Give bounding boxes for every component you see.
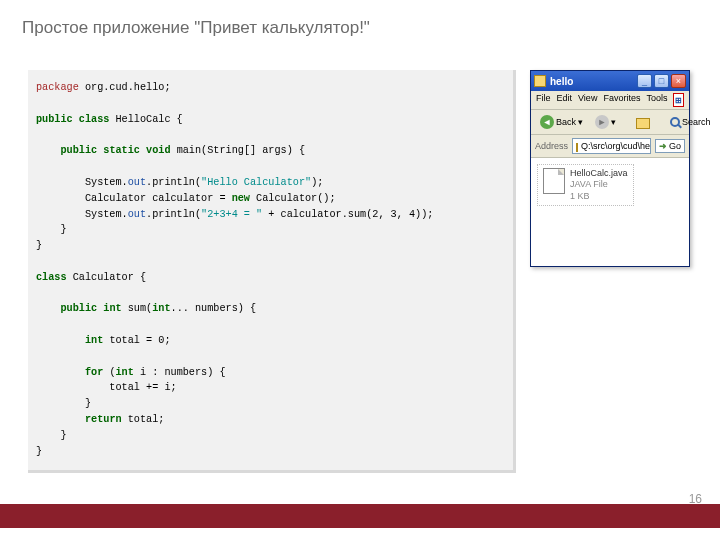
up-button[interactable] (632, 115, 654, 130)
search-icon (670, 117, 680, 127)
address-field[interactable]: Q:\src\org\cud\hello (572, 138, 651, 154)
code-block: package org.cud.hello; public class Hell… (28, 70, 516, 473)
chevron-down-icon: ▾ (578, 117, 583, 127)
back-label: Back (556, 117, 576, 127)
go-arrow-icon: ➜ (659, 141, 667, 151)
go-label: Go (669, 141, 681, 151)
menu-view[interactable]: View (578, 93, 597, 107)
code-text: } (36, 430, 67, 441)
menu-file[interactable]: File (536, 93, 551, 107)
keyword-int: int (152, 303, 170, 314)
search-button[interactable]: Search (666, 115, 715, 129)
code-text: } (36, 398, 91, 409)
code-text: Calculator { (67, 272, 146, 283)
code-text: System. (36, 177, 128, 188)
code-text: org.cud.hello; (79, 82, 171, 93)
keyword-int: int (116, 367, 134, 378)
code-text: Calculator(); (250, 193, 336, 204)
explorer-toolbar: ◄ Back ▾ ► ▾ Search (531, 110, 689, 135)
explorer-title: hello (550, 76, 637, 87)
explorer-file-pane[interactable]: HelloCalc.java JAVA File 1 KB (531, 158, 689, 266)
folder-icon (576, 143, 578, 152)
code-text: ( (103, 367, 115, 378)
explorer-menubar: File Edit View Favorites Tools ⊞ (531, 91, 689, 110)
keyword-class: class (73, 114, 110, 125)
keyword-static: static (97, 145, 140, 156)
file-item[interactable]: HelloCalc.java JAVA File 1 KB (537, 164, 634, 206)
keyword-void: void (140, 145, 171, 156)
string-literal: "2+3+4 = " (201, 209, 262, 220)
keyword-int: int (97, 303, 121, 314)
close-button[interactable]: × (671, 74, 686, 88)
code-text: total = 0; (103, 335, 170, 346)
code-text: ); (311, 177, 323, 188)
forward-button[interactable]: ► ▾ (591, 113, 620, 131)
search-label: Search (682, 117, 711, 127)
explorer-window: hello _ □ × File Edit View Favorites Too… (530, 70, 690, 267)
code-text: } (36, 240, 42, 251)
back-arrow-icon: ◄ (540, 115, 554, 129)
code-text: main(String[] args) { (171, 145, 306, 156)
chevron-down-icon: ▾ (611, 117, 616, 127)
code-text: ... numbers) { (171, 303, 257, 314)
address-label: Address (535, 141, 568, 151)
maximize-button[interactable]: □ (654, 74, 669, 88)
footer-bar (0, 504, 720, 528)
file-name: HelloCalc.java (570, 168, 628, 179)
content-row: package org.cud.hello; public class Hell… (0, 38, 720, 473)
keyword-public: public (36, 114, 73, 125)
file-meta: HelloCalc.java JAVA File 1 KB (570, 168, 628, 202)
code-text: } (36, 224, 67, 235)
file-icon (543, 168, 565, 194)
address-path: Q:\src\org\cud\hello (581, 141, 651, 151)
folder-icon (534, 75, 546, 87)
code-text: System. (36, 209, 128, 220)
explorer-titlebar[interactable]: hello _ □ × (531, 71, 689, 91)
keyword-return: return (85, 414, 122, 425)
code-text: sum( (122, 303, 153, 314)
code-text: } (36, 446, 42, 457)
code-text: total; (122, 414, 165, 425)
code-text: .println( (146, 209, 201, 220)
code-text: .println( (146, 177, 201, 188)
keyword-package: package (36, 82, 79, 93)
slide-title: Простое приложение "Привет калькулятор!" (0, 0, 720, 38)
menu-favorites[interactable]: Favorites (603, 93, 640, 107)
code-text: HelloCalc { (109, 114, 182, 125)
forward-arrow-icon: ► (595, 115, 609, 129)
keyword-new: new (232, 193, 250, 204)
menu-edit[interactable]: Edit (557, 93, 573, 107)
back-button[interactable]: ◄ Back ▾ (536, 113, 587, 131)
code-text: i : numbers) { (134, 367, 226, 378)
keyword-public: public (60, 145, 97, 156)
field-out: out (128, 209, 146, 220)
minimize-button[interactable]: _ (637, 74, 652, 88)
file-size: 1 KB (570, 191, 628, 202)
keyword-public: public (60, 303, 97, 314)
explorer-addressbar: Address Q:\src\org\cud\hello ➜ Go (531, 135, 689, 158)
folder-up-icon (636, 118, 650, 129)
keyword-int: int (85, 335, 103, 346)
code-text: + calculator.sum(2, 3, 4)); (262, 209, 433, 220)
string-literal: "Hello Calculator" (201, 177, 311, 188)
code-text: total += i; (36, 382, 177, 393)
menu-tools[interactable]: Tools (646, 93, 667, 107)
code-text: Calculator calculator = (36, 193, 232, 204)
keyword-class: class (36, 272, 67, 283)
file-type: JAVA File (570, 179, 628, 190)
go-button[interactable]: ➜ Go (655, 139, 685, 153)
field-out: out (128, 177, 146, 188)
keyword-for: for (85, 367, 103, 378)
xp-logo-icon: ⊞ (673, 93, 684, 107)
